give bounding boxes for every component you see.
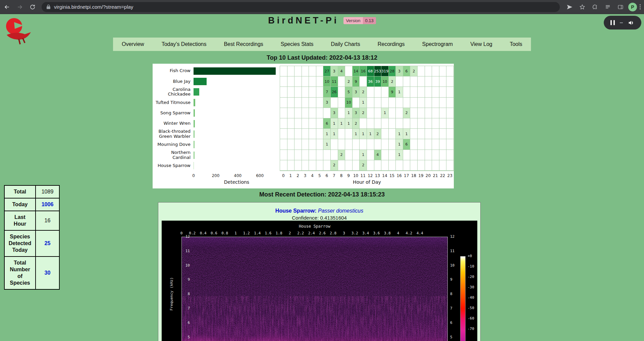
star-icon (579, 4, 585, 10)
back-icon (4, 4, 10, 10)
freq-tick-label: 11 (180, 249, 190, 253)
share-button[interactable] (564, 1, 575, 13)
heatmap-cell (418, 160, 425, 171)
nav-item-overview[interactable]: Overview (119, 41, 147, 47)
heatmap-cell: 1 (345, 108, 353, 118)
detections-bar (194, 141, 195, 148)
time-tick-label: 3.2 (352, 231, 358, 235)
heatmap-cell (309, 76, 316, 87)
nav-item-species-stats[interactable]: Species Stats (278, 41, 316, 47)
list-icon (605, 4, 611, 10)
heatmap-cell: 2 (353, 118, 360, 129)
species-label: Black-throated Green Warbler (153, 129, 194, 139)
nav-item-view-log[interactable]: View Log (468, 41, 495, 47)
heatmap-cell (316, 87, 324, 97)
stat-value[interactable]: 30 (36, 257, 59, 289)
reload-icon (30, 4, 36, 10)
stat-value[interactable]: 1006 (36, 198, 59, 211)
heatmap-cell (294, 118, 302, 129)
pause-icon[interactable] (610, 20, 615, 25)
nav-item-spectrogram[interactable]: Spectrogram (420, 41, 456, 47)
time-tick-label: 4.4 (417, 231, 423, 235)
colorbar-tick-label: -10 (468, 264, 474, 269)
stat-label: Today (4, 198, 36, 211)
heatmap-cell (446, 160, 454, 171)
hour-tick-label: 3 (304, 173, 307, 178)
heatmap-cell (425, 118, 432, 129)
heatmap-cell: 3 (396, 66, 403, 76)
colorbar-tick-label: -50 (468, 306, 474, 310)
heatmap-cell (418, 150, 425, 160)
reading-list-button[interactable] (602, 1, 613, 13)
heatmap-cell (432, 76, 439, 87)
bookmark-button[interactable] (577, 1, 588, 13)
reload-button[interactable] (27, 1, 38, 13)
heatmap-cell (294, 108, 302, 118)
spectrogram-title: House Sparrow (181, 224, 448, 229)
freq-tick-label: 7 (450, 306, 460, 310)
browser-menu-button[interactable] (640, 4, 641, 9)
heatmap-cell (374, 108, 382, 118)
stat-value[interactable]: 25 (36, 230, 59, 257)
forward-button[interactable] (14, 1, 25, 13)
heatmap-cell (287, 139, 295, 150)
stat-label: Last Hour (4, 211, 36, 230)
heatmap-cell (403, 118, 411, 129)
time-tick-label: 3 (343, 231, 345, 235)
detection-common-name[interactable]: House Sparrow: (275, 208, 317, 214)
time-tick-label: 2.6 (319, 231, 326, 235)
side-panel-button[interactable] (615, 1, 626, 13)
heatmap-cell: 1 (360, 150, 367, 160)
address-bar[interactable]: virginia.birdnetpi.com/?stream=play (42, 2, 560, 12)
heatmap-cell (280, 108, 287, 118)
heatmap-cell (381, 160, 389, 171)
heatmap-cell (410, 118, 418, 129)
heatmap-cell (302, 160, 309, 171)
heatmap-cell (367, 139, 374, 150)
freq-tick-label: 7 (180, 306, 190, 310)
heatmap-cell: 10 (381, 76, 389, 87)
heatmap-cell (287, 160, 295, 171)
heatmap-cell (294, 139, 302, 150)
heatmap-cell (323, 160, 331, 171)
heatmap-cell: 1 (396, 150, 403, 160)
heatmap-cell: 4 (338, 66, 345, 76)
heatmap-cell: 1 (360, 98, 367, 108)
heatmap-cell (353, 160, 360, 171)
colorbar-tick-label: -60 (468, 316, 474, 321)
species-label: Tufted Titmouse (153, 97, 194, 108)
hour-tick-label: 15 (389, 173, 394, 178)
nav-item-daily-charts[interactable]: Daily Charts (328, 41, 363, 47)
nav-item-recordings[interactable]: Recordings (375, 41, 408, 47)
heatmap-cell (338, 98, 345, 108)
spectrogram-plot (181, 237, 448, 341)
heatmap-cell (439, 150, 447, 160)
url-text[interactable]: virginia.birdnetpi.com/?stream=play (54, 4, 133, 10)
heatmap-cell (316, 108, 324, 118)
profile-avatar[interactable]: P (628, 3, 637, 11)
puzzle-icon (592, 4, 598, 10)
heatmap-cell (360, 76, 367, 87)
heatmap-cell (309, 87, 316, 97)
heatmap-cell (381, 118, 389, 129)
bar-row (194, 76, 280, 87)
nav-item-today-s-detections[interactable]: Today's Detections (159, 41, 209, 47)
extensions-button[interactable] (589, 1, 601, 13)
detections-bar (194, 88, 199, 96)
nav-item-best-recordings[interactable]: Best Recordings (221, 41, 266, 47)
heatmap-cell: 6 (323, 118, 331, 129)
hour-tick-label: 13 (375, 173, 380, 178)
heatmap-cell (316, 160, 324, 171)
heatmap-cell (302, 87, 309, 97)
time-tick-label: 3.6 (373, 231, 380, 235)
volume-icon[interactable] (628, 20, 635, 26)
heatmap-cell (302, 108, 309, 118)
heatmap-cell: 10 (345, 98, 353, 108)
heatmap-cell: 2 (403, 108, 411, 118)
heatmap-cell (331, 98, 338, 108)
nav-item-tools[interactable]: Tools (507, 41, 525, 47)
heatmap-cell (418, 129, 425, 139)
heatmap-cell (294, 160, 302, 171)
back-button[interactable] (1, 1, 13, 13)
audio-player[interactable] (604, 16, 641, 30)
